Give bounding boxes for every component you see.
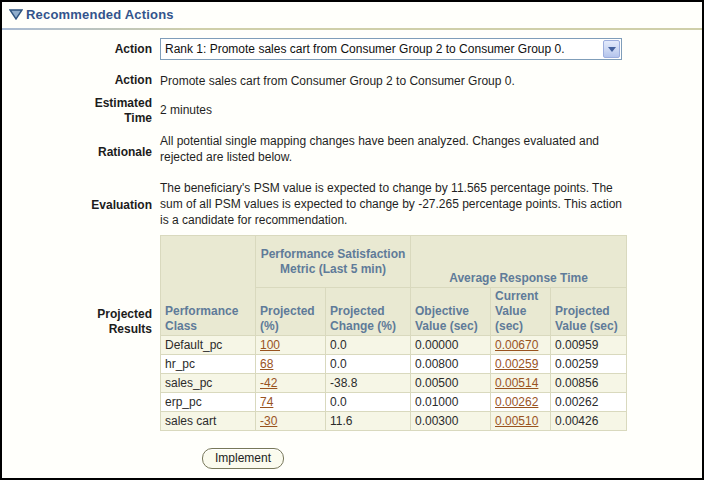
- current-value-link[interactable]: 0.00262: [495, 395, 538, 409]
- projected-results-table: Performance Class Performance Satisfacti…: [160, 235, 627, 431]
- table-row: Default_pc 100 0.0 0.00000 0.00670 0.009…: [161, 336, 627, 355]
- column-header-objective-value: Objective Value (sec): [411, 288, 491, 336]
- cell-performance-class: hr_pc: [161, 355, 256, 374]
- group-header-psm: Performance Satisfaction Metric (Last 5 …: [256, 236, 411, 288]
- projected-pct-link[interactable]: 68: [260, 357, 273, 371]
- cell-performance-class: erp_pc: [161, 393, 256, 412]
- projected-pct-link[interactable]: -42: [260, 376, 277, 390]
- action-dropdown[interactable]: Rank 1: Promote sales cart from Consumer…: [160, 38, 622, 60]
- action-select-label: Action: [10, 42, 152, 57]
- cell-projected-value: 0.00959: [551, 336, 627, 355]
- panel-header: Recommended Actions: [9, 7, 174, 22]
- cell-performance-class: Default_pc: [161, 336, 256, 355]
- projected-results-label: Projected Results: [74, 307, 152, 337]
- table-row: erp_pc 74 0.0 0.01000 0.00262 0.00262: [161, 393, 627, 412]
- evaluation-label: Evaluation: [10, 198, 152, 213]
- evaluation-value: The beneficiary's PSM value is expected …: [160, 180, 626, 228]
- table-row: sales cart -30 11.6 0.00300 0.00510 0.00…: [161, 412, 627, 431]
- collapse-triangle-icon[interactable]: [9, 9, 23, 20]
- estimated-time-value: 2 minutes: [160, 102, 626, 118]
- cell-objective-value: 0.00800: [411, 355, 491, 374]
- column-header-projected-change: Projected Change (%): [326, 288, 411, 336]
- cell-projected-value: 0.00426: [551, 412, 627, 431]
- chevron-down-icon[interactable]: [603, 40, 620, 58]
- current-value-link[interactable]: 0.00259: [495, 357, 538, 371]
- current-value-link[interactable]: 0.00670: [495, 338, 538, 352]
- cell-objective-value: 0.00500: [411, 374, 491, 393]
- cell-projected-change: 11.6: [326, 412, 411, 431]
- cell-objective-value: 0.00300: [411, 412, 491, 431]
- action-dropdown-value: Rank 1: Promote sales cart from Consumer…: [165, 42, 602, 56]
- current-value-link[interactable]: 0.00514: [495, 376, 538, 390]
- cell-projected-value: 0.00856: [551, 374, 627, 393]
- column-header-projected-value: Projected Value (sec): [551, 288, 627, 336]
- cell-projected-change: -38.8: [326, 374, 411, 393]
- group-header-avg-response-time: Average Response Time: [411, 236, 627, 288]
- action-text-label: Action: [10, 73, 152, 88]
- rationale-value: All potential single mapping changes hav…: [160, 133, 626, 165]
- rationale-label: Rationale: [10, 145, 152, 160]
- action-text-value: Promote sales cart from Consumer Group 2…: [160, 73, 626, 89]
- projected-pct-link[interactable]: 100: [260, 338, 280, 352]
- cell-projected-change: 0.0: [326, 336, 411, 355]
- column-header-current-value: Current Value (sec): [491, 288, 551, 336]
- column-header-projected-pct: Projected (%): [256, 288, 326, 336]
- cell-projected-change: 0.0: [326, 393, 411, 412]
- estimated-time-label: Estimated Time: [74, 96, 152, 126]
- table-row: hr_pc 68 0.0 0.00800 0.00259 0.00259: [161, 355, 627, 374]
- cell-projected-value: 0.00262: [551, 393, 627, 412]
- projected-pct-link[interactable]: -30: [260, 414, 277, 428]
- projected-pct-link[interactable]: 74: [260, 395, 273, 409]
- implement-button[interactable]: Implement: [202, 448, 284, 469]
- cell-objective-value: 0.00000: [411, 336, 491, 355]
- cell-projected-value: 0.00259: [551, 355, 627, 374]
- page-title: Recommended Actions: [26, 7, 174, 22]
- cell-performance-class: sales_pc: [161, 374, 256, 393]
- recommended-actions-panel: Recommended Actions Action Rank 1: Promo…: [0, 0, 704, 480]
- table-row: sales_pc -42 -38.8 0.00500 0.00514 0.008…: [161, 374, 627, 393]
- header-divider: [2, 28, 704, 30]
- cell-performance-class: sales cart: [161, 412, 256, 431]
- current-value-link[interactable]: 0.00510: [495, 414, 538, 428]
- column-header-performance-class: Performance Class: [161, 236, 256, 336]
- table-group-header-row: Performance Class Performance Satisfacti…: [161, 236, 627, 288]
- cell-projected-change: 0.0: [326, 355, 411, 374]
- cell-objective-value: 0.01000: [411, 393, 491, 412]
